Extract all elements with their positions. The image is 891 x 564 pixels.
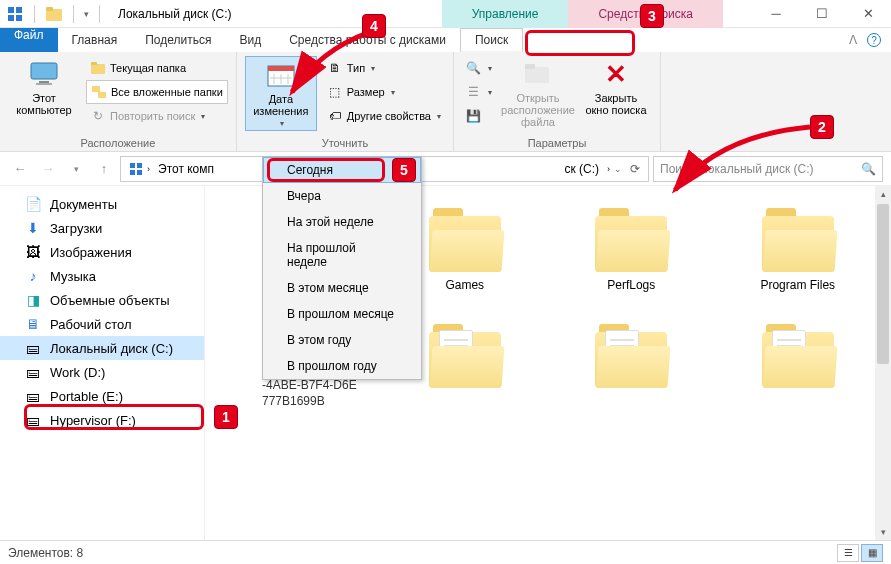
search-box[interactable]: Поиск: Локальный диск (C:) 🔍	[653, 156, 883, 182]
recent-locations-button[interactable]: ▾	[64, 157, 88, 181]
tab-view[interactable]: Вид	[225, 28, 275, 52]
chevron-down-icon: ▾	[201, 112, 205, 121]
tree-item-3d-objects[interactable]: ◨Объемные объекты	[0, 288, 204, 312]
separator	[73, 5, 74, 23]
scrollbar-thumb[interactable]	[877, 204, 889, 364]
tree-item-drive-d[interactable]: 🖴Work (D:)	[0, 360, 204, 384]
svg-rect-8	[36, 83, 52, 85]
breadcrumb-this-pc[interactable]: Этот комп	[154, 162, 218, 176]
open-file-location-button[interactable]: Открыть расположение файла	[502, 56, 574, 130]
navigation-bar: ← → ▾ ↑ › Этот комп ск (C:)› ⌄ ⟳ Поиск: …	[0, 152, 891, 186]
forward-button[interactable]: →	[36, 157, 60, 181]
help-icon[interactable]: ?	[867, 33, 881, 47]
tree-item-drive-c[interactable]: 🖴Локальный диск (C:)	[0, 336, 204, 360]
label: Открыть расположение файла	[501, 92, 575, 128]
maximize-button[interactable]: ☐	[799, 0, 845, 28]
file-item-partial-3[interactable]	[725, 332, 872, 388]
file-item-guid[interactable]: -4ABE-B7F4-D6E 777B1699B	[262, 378, 357, 409]
explorer-icon	[6, 5, 24, 23]
svg-rect-23	[130, 170, 135, 175]
options-icon: ☰	[466, 84, 482, 100]
search-again-button[interactable]: ↻ Повторить поиск ▾	[86, 104, 228, 128]
this-computer-button[interactable]: Этот компьютер	[8, 56, 80, 118]
type-button[interactable]: 🗎 Тип ▾	[323, 56, 445, 80]
group-label: Параметры	[462, 135, 652, 149]
svg-rect-3	[16, 15, 22, 21]
menu-item-this-week[interactable]: На этой неделе	[263, 209, 421, 235]
tree-item-downloads[interactable]: ⬇Загрузки	[0, 216, 204, 240]
quick-access-toolbar: ▾ Локальный диск (C:)	[0, 5, 232, 23]
refresh-icon[interactable]: ⟳	[630, 162, 640, 176]
current-folder-button[interactable]: Текущая папка	[86, 56, 228, 80]
menu-item-today[interactable]: Сегодня	[263, 157, 421, 183]
all-subfolders-button[interactable]: Все вложенные папки	[86, 80, 228, 104]
contextual-tab-search-tools[interactable]: Средства поиска	[568, 0, 723, 28]
calendar-icon	[265, 59, 297, 91]
address-dropdown-icon[interactable]: ⌄	[614, 164, 622, 174]
svg-rect-11	[92, 86, 100, 92]
view-details-button[interactable]: ☰	[837, 544, 859, 562]
svg-rect-9	[91, 64, 105, 74]
size-button[interactable]: ⬚ Размер ▾	[323, 80, 445, 104]
label: Размер	[347, 86, 385, 98]
vertical-scrollbar[interactable]: ▴ ▾	[875, 186, 891, 540]
file-label: PerfLogs	[607, 278, 655, 292]
menu-item-this-year[interactable]: В этом году	[263, 327, 421, 353]
menu-item-last-week[interactable]: На прошлой неделе	[263, 235, 421, 275]
up-button[interactable]: ↑	[92, 157, 116, 181]
menu-item-last-month[interactable]: В прошлом месяце	[263, 301, 421, 327]
drive-icon: 🖴	[24, 339, 42, 357]
label: Тип	[347, 62, 365, 74]
save-icon: 💾	[466, 108, 482, 124]
breadcrumb-drive[interactable]: ск (C:)›	[560, 162, 614, 176]
minimize-button[interactable]: ─	[753, 0, 799, 28]
svg-rect-22	[137, 163, 142, 168]
menu-item-yesterday[interactable]: Вчера	[263, 183, 421, 209]
back-button[interactable]: ←	[8, 157, 32, 181]
tab-file[interactable]: Файл	[0, 28, 58, 52]
svg-rect-5	[46, 7, 53, 11]
close-search-button[interactable]: ✕ Закрыть окно поиска	[580, 56, 652, 118]
save-search-button[interactable]: 💾	[462, 104, 496, 128]
status-item-count: Элементов: 8	[8, 546, 83, 560]
chevron-right-icon: ›	[607, 164, 610, 174]
tree-item-music[interactable]: ♪Музыка	[0, 264, 204, 288]
file-item-perflogs[interactable]: PerfLogs	[558, 216, 705, 292]
chevron-down-icon: ▾	[488, 88, 492, 97]
close-button[interactable]: ✕	[845, 0, 891, 28]
date-modified-button[interactable]: Дата изменения ▾	[245, 56, 317, 131]
tree-item-documents[interactable]: 📄Документы	[0, 192, 204, 216]
label: Другие свойства	[347, 110, 431, 122]
view-icons-button[interactable]: ▦	[861, 544, 883, 562]
tab-search[interactable]: Поиск	[460, 28, 523, 52]
breadcrumb-root[interactable]: ›	[125, 162, 154, 176]
tree-item-drive-f[interactable]: 🖴Hypervisor (F:)	[0, 408, 204, 432]
contextual-tab-manage[interactable]: Управление	[442, 0, 569, 28]
advanced-options-button[interactable]: ☰ ▾	[462, 80, 496, 104]
search-icon[interactable]: 🔍	[861, 162, 876, 176]
other-properties-button[interactable]: 🏷 Другие свойства ▾	[323, 104, 445, 128]
tree-item-pictures[interactable]: 🖼Изображения	[0, 240, 204, 264]
qat-dropdown-icon[interactable]: ▾	[84, 9, 89, 19]
chevron-down-icon: ▾	[391, 88, 395, 97]
file-item-program-files[interactable]: Program Files	[725, 216, 872, 292]
tab-drive-tools[interactable]: Средства работы с дисками	[275, 28, 460, 52]
tab-home[interactable]: Главная	[58, 28, 132, 52]
scroll-down-icon[interactable]: ▾	[875, 524, 891, 540]
folder-icon[interactable]	[45, 5, 63, 23]
monitor-icon	[28, 58, 60, 90]
navigation-tree[interactable]: 📄Документы ⬇Загрузки 🖼Изображения ♪Музык…	[0, 186, 205, 540]
file-item-partial-2[interactable]	[558, 332, 705, 388]
svg-rect-24	[137, 170, 142, 175]
window-title: Локальный диск (C:)	[118, 7, 232, 21]
menu-item-last-year[interactable]: В прошлом году	[263, 353, 421, 379]
ribbon-group-location: Этот компьютер Текущая папка Все вложенн…	[0, 52, 237, 151]
tree-item-desktop[interactable]: 🖥Рабочий стол	[0, 312, 204, 336]
ribbon-collapse-icon[interactable]: ᐱ	[849, 33, 857, 47]
folder-icon	[595, 216, 667, 272]
recent-searches-button[interactable]: 🔍 ▾	[462, 56, 496, 80]
scroll-up-icon[interactable]: ▴	[875, 186, 891, 202]
tree-item-drive-e[interactable]: 🖴Portable (E:)	[0, 384, 204, 408]
menu-item-this-month[interactable]: В этом месяце	[263, 275, 421, 301]
tab-share[interactable]: Поделиться	[131, 28, 225, 52]
